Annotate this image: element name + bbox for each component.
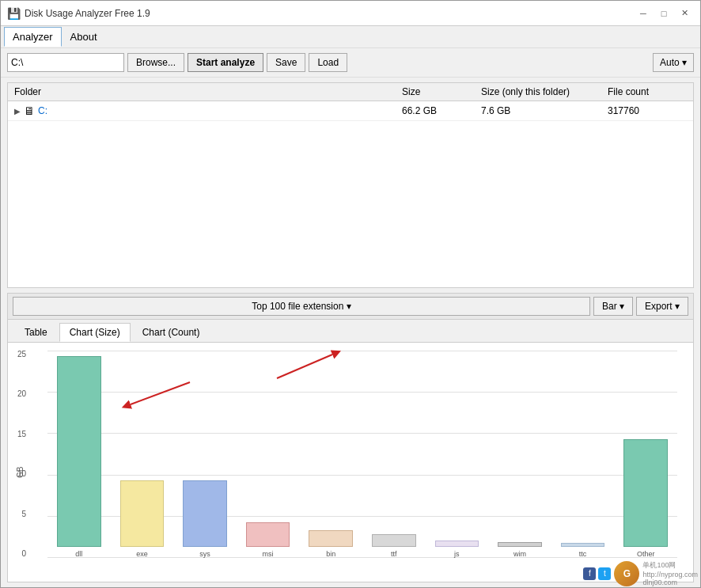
chart-panel: Top 100 file extension ▾ Bar ▾ Export ▾ … [7,293,694,582]
load-button[interactable]: Load [309,53,347,72]
bar-label: wim [513,550,526,558]
folder-name-label: C: [38,105,47,116]
table-row[interactable]: ▶ 🖥 C: 66.2 GB 7.6 GB 317760 [8,101,693,121]
tab-chart-size[interactable]: Chart (Size) [59,323,131,342]
chart-bar[interactable] [120,480,165,547]
bar-group: wim [488,351,551,558]
bar-group: exe [111,351,174,558]
menu-bar: Analyzer About [1,26,700,48]
chevron-right-icon: ▶ [14,107,21,116]
content-area: Folder Size Size (only this folder) File… [1,78,700,587]
bar-label: ttc [579,550,587,558]
header-folder: Folder [14,86,402,97]
header-size-only: Size (only this folder) [481,86,608,97]
folder-panel: Folder Size Size (only this folder) File… [7,82,694,288]
y-label: 25 [17,351,26,358]
bar-label: js [454,550,460,558]
bar-label: dll [75,550,82,558]
bar-group: msi [237,351,300,558]
bar-group: ttc [551,351,615,558]
bar-group: ttf [362,351,426,558]
y-label: 10 [17,470,26,478]
chart-bar[interactable] [309,530,353,547]
minimize-button[interactable]: ─ [634,6,653,21]
tab-chart-count[interactable]: Chart (Count) [132,323,210,342]
folder-name-cell: ▶ 🖥 C: [14,104,402,117]
chart-area: GB 2520151050 dllexesysmsibinttfjswimttc… [8,343,693,582]
chart-bar[interactable] [623,439,668,547]
header-file-count: File count [608,86,687,97]
drive-icon: 🖥 [24,104,35,117]
main-window: 💾 Disk Usage Analyzer Free 1.9 ─ □ ✕ Ana… [0,0,701,588]
bar-label: bin [326,550,335,558]
twitter-icon: t [598,567,611,580]
export-button[interactable]: Export ▾ [636,297,688,316]
auto-button[interactable]: Auto ▾ [653,53,694,72]
tab-table[interactable]: Table [14,323,58,342]
folder-size-cell: 66.2 GB [402,105,481,116]
bar-group: bin [299,351,362,558]
chart-bar[interactable] [57,356,101,547]
maximize-button[interactable]: □ [654,6,673,21]
app-icon: 💾 [7,7,20,20]
folder-filecount-cell: 317760 [608,105,687,116]
bar-label: exe [136,550,148,558]
chart-container: 2520151050 dllexesysmsibinttfjswimttcOth… [47,351,677,558]
bar-label: sys [199,550,210,558]
chart-bar[interactable] [498,542,542,547]
menu-item-analyzer[interactable]: Analyzer [4,27,62,47]
toolbar: Browse... Start analyze Save Load Auto ▾ [1,48,700,78]
menu-item-about[interactable]: About [62,27,106,47]
browse-button[interactable]: Browse... [127,53,184,72]
facebook-icon: f [583,567,596,580]
save-button[interactable]: Save [267,53,305,72]
y-label: 5 [22,510,27,518]
y-labels: 2520151050 [17,351,26,558]
bar-group: dll [47,351,111,558]
folder-table-header: Folder Size Size (only this folder) File… [8,83,693,101]
chart-bar[interactable] [246,522,290,547]
bar-group: sys [173,351,237,558]
y-label: 0 [22,550,27,558]
header-size: Size [402,86,481,97]
bar-group: js [426,351,489,558]
chart-bar[interactable] [561,543,605,547]
watermark-icons: f t [583,567,611,580]
folder-size-only-cell: 7.6 GB [481,105,608,116]
chart-bar[interactable] [372,534,416,547]
bar-label: Other [637,550,655,558]
close-button[interactable]: ✕ [675,6,694,21]
bar-label: msi [263,550,274,558]
watermark-text: 单机100网 http://nyprog.com dlnj00.com [642,560,698,586]
extension-dropdown-button[interactable]: Top 100 file extension ▾ [13,297,590,316]
watermark: f t G 单机100网 http://nyprog.com dlnj00.co… [583,560,698,586]
bar-label: ttf [391,550,397,558]
chart-tabs: Table Chart (Size) Chart (Count) [8,320,693,343]
window-title: Disk Usage Analyzer Free 1.9 [25,8,634,19]
chart-bar[interactable] [183,480,227,547]
title-bar: 💾 Disk Usage Analyzer Free 1.9 ─ □ ✕ [1,1,700,26]
bar-group: Other [614,351,677,558]
start-analyze-button[interactable]: Start analyze [188,53,263,72]
window-controls: ─ □ ✕ [634,6,694,21]
y-label: 20 [17,390,26,398]
chart-toolbar: Top 100 file extension ▾ Bar ▾ Export ▾ [8,294,693,320]
path-input[interactable] [7,53,124,72]
site-logo: G [614,561,639,586]
y-label: 15 [17,431,26,438]
chart-bar[interactable] [435,541,479,547]
bar-type-button[interactable]: Bar ▾ [593,297,633,316]
chart-bars: dllexesysmsibinttfjswimttcOther [47,351,677,558]
